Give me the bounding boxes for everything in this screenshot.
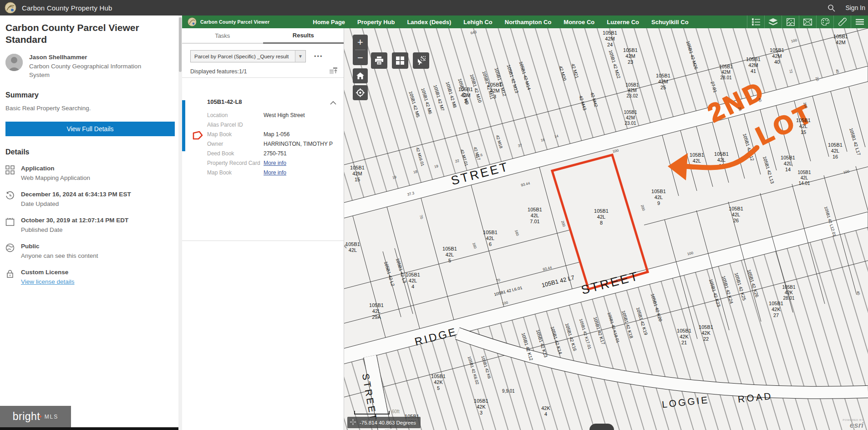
- parcel-label: 105B142L14.01: [798, 170, 811, 186]
- bright-mls-suffix: MLS: [45, 414, 59, 420]
- basemap-icon[interactable]: [782, 15, 799, 28]
- query-menu-ellipsis[interactable]: •••: [314, 53, 323, 60]
- parcel-label: 100: [612, 148, 619, 154]
- parcel-label: 70: [419, 215, 424, 220]
- nav-link-northampton-co[interactable]: Northampton Co: [505, 19, 552, 26]
- attr-value: West High Street: [264, 112, 339, 118]
- viewer-title: Carbon County Parcel Viewer: [200, 19, 269, 25]
- home-button[interactable]: [353, 68, 368, 83]
- attr-label: Map Book: [207, 169, 264, 176]
- parcel-label: 105B1 42 L2: [383, 261, 396, 287]
- query-result-select[interactable]: Parcel by Parcel (Specific) _Query resul…: [190, 50, 306, 62]
- detail-sub: Web Mapping Application: [21, 174, 90, 182]
- attr-value: 2750-751: [264, 150, 339, 157]
- feature-card: 105B1-42-L8 Location West High Street Al…: [182, 82, 344, 187]
- avatar-photo: [5, 54, 23, 71]
- attr-label: Deed Book: [207, 150, 264, 157]
- attribution-widget[interactable]: [589, 424, 614, 430]
- query-result-selected: Parcel by Parcel (Specific) _Query resul…: [191, 54, 292, 59]
- attribute-row: Owner HARRINGTON, TIMOTHY P: [207, 139, 339, 148]
- parcel-label: 105B142L9: [651, 189, 666, 206]
- share-envelope-icon[interactable]: [799, 15, 816, 28]
- top-bar: Carbon County Property Hub Sign In: [0, 0, 868, 15]
- sign-in-link[interactable]: Sign In: [845, 4, 865, 11]
- detail-sub: Anyone can see this content: [21, 252, 98, 260]
- print-icon: [375, 56, 384, 65]
- parcel-map[interactable]: STREETSTREETRIDGELOGGIEROADSTREET2NDLOT1…: [344, 28, 868, 430]
- sort-export-icon[interactable]: [330, 67, 337, 75]
- coordinate-readout: -75.814 40.863 Degrees: [347, 417, 421, 428]
- nav-link-home-page[interactable]: Home Page: [313, 19, 345, 26]
- parcel-label: 100: [502, 300, 509, 306]
- attr-label: Map Book: [207, 131, 264, 138]
- detail-item-sharing: Public Anyone can see this content: [5, 242, 176, 260]
- nav-link-landex-deeds[interactable]: Landex (Deeds): [407, 19, 451, 26]
- bright-mls-star-icon: ✦: [38, 414, 42, 419]
- home-icon: [356, 72, 364, 79]
- print-button[interactable]: [371, 52, 387, 69]
- locate-icon: [356, 88, 365, 97]
- nav-link-schuylkill-co[interactable]: Schuylkill Co: [651, 19, 689, 26]
- nav-link-property-hub[interactable]: Property Hub: [357, 19, 395, 26]
- details-heading: Details: [5, 148, 176, 156]
- legend-icon[interactable]: [747, 15, 764, 28]
- crosshair-icon: [350, 419, 356, 426]
- view-full-details-button[interactable]: View Full Details: [5, 122, 175, 136]
- property-record-card-more-info-link[interactable]: More info: [264, 160, 286, 166]
- zoom-in-button[interactable]: +: [353, 35, 368, 50]
- bright-mls-word: bright: [13, 410, 41, 423]
- parcel-label: 105B1 42 L7: [541, 274, 575, 288]
- selected-feature-accent: [182, 100, 185, 151]
- avatar[interactable]: [5, 54, 23, 71]
- parcel-label: 200: [560, 220, 566, 228]
- detail-title: Public: [21, 242, 98, 251]
- app-window: Carbon County Property Hub Sign In Carbo…: [0, 0, 868, 430]
- detail-item-published-date: October 30, 2019 at 12:07:14 PM EDT Publ…: [5, 216, 176, 234]
- summary-heading: Summary: [5, 91, 176, 99]
- feature-attributes: Location West High Street Alias Parcel I…: [207, 110, 339, 177]
- nav-link-monroe-co[interactable]: Monroe Co: [563, 19, 594, 26]
- parcel-label: 100: [687, 251, 694, 256]
- parcel-label: 105B142L16: [828, 142, 843, 159]
- lock-icon: [5, 268, 16, 286]
- county-logo-icon: [188, 17, 197, 26]
- attr-label: Location: [207, 112, 264, 118]
- attribute-row: Map Book More info: [207, 168, 339, 177]
- draw-palette-icon[interactable]: [816, 15, 833, 28]
- tab-results[interactable]: Results: [263, 28, 344, 44]
- parcel-label: 105B142L8: [594, 208, 609, 225]
- menu-icon[interactable]: [851, 15, 868, 28]
- apps-icon: [5, 164, 16, 182]
- owner-org: Carbon County Geographical Information S…: [29, 62, 147, 79]
- locate-button[interactable]: [353, 85, 368, 100]
- measure-icon[interactable]: [833, 15, 851, 28]
- panel-collapse-chevron-icon[interactable]: ‹: [344, 240, 347, 251]
- view-license-details-link[interactable]: View license details: [21, 278, 75, 286]
- card-divider: [182, 241, 344, 241]
- sidebar-scrollbar[interactable]: [178, 15, 182, 430]
- basemap-grid-button[interactable]: [392, 52, 408, 69]
- layers-icon[interactable]: [764, 15, 782, 28]
- attr-value: Map 1-056: [264, 131, 339, 138]
- clear-selection-button[interactable]: [413, 52, 429, 69]
- nav-link-luzerne-co[interactable]: Luzerne Co: [607, 19, 639, 26]
- chevron-up-icon[interactable]: [330, 98, 336, 107]
- feature-id: 105B1-42-L8: [207, 98, 242, 105]
- owner-name[interactable]: Jason Shellhammer: [29, 54, 147, 61]
- chevron-down-icon[interactable]: ▼: [295, 51, 305, 62]
- map-book-more-info-link[interactable]: More info: [264, 169, 286, 176]
- parcel-map-canvas[interactable]: STREETSTREETRIDGELOGGIEROADSTREET2NDLOT1…: [344, 28, 868, 430]
- zoom-out-button[interactable]: −: [353, 50, 368, 65]
- attr-label: Property Record Card: [207, 160, 264, 166]
- attribute-row: Map Book Map 1-056: [207, 129, 339, 139]
- parcel-label: 105B142L29A: [369, 302, 384, 320]
- detail-title: Custom License: [21, 268, 75, 276]
- detail-title: December 16, 2024 at 6:34:13 PM EST: [21, 190, 131, 199]
- nav-links: Home Page Property Hub Landex (Deeds) Le…: [313, 19, 688, 26]
- nav-link-lehigh-co[interactable]: Lehigh Co: [463, 19, 492, 26]
- search-icon[interactable]: [827, 4, 835, 12]
- detail-sub: Date Updated: [21, 200, 131, 208]
- tab-tasks[interactable]: Tasks: [182, 28, 263, 44]
- results-panel: Tasks Results Parcel by Parcel (Specific…: [182, 28, 344, 430]
- item-title: Carbon County Parcel Viewer Standard: [5, 22, 176, 46]
